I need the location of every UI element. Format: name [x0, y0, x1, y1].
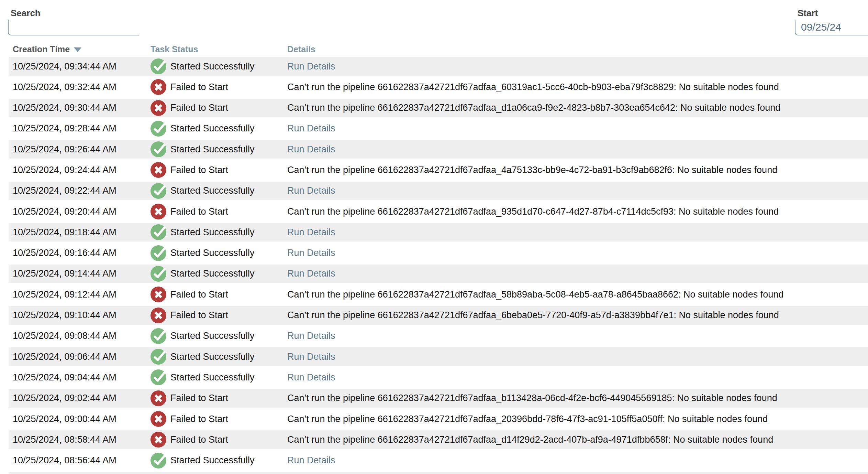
error-message: Can’t run the pipeline 661622837a42721df… — [287, 289, 783, 300]
table-row: 10/25/2024, 09:08:44 AM Started Successf… — [9, 327, 868, 345]
row-details: Run Details — [287, 123, 868, 134]
status-label: Failed to Start — [170, 393, 228, 403]
error-message: Can’t run the pipeline 661622837a42721df… — [287, 206, 779, 217]
table-row: 10/25/2024, 09:04:44 AM Started Successf… — [9, 368, 868, 387]
table-row: 10/25/2024, 09:06:44 AM Started Successf… — [9, 347, 868, 366]
row-task-status: Started Successfully — [151, 224, 287, 240]
success-icon — [151, 328, 166, 344]
row-creation-time: 10/25/2024, 09:14:44 AM — [13, 268, 151, 279]
row-details: Run Details — [287, 185, 868, 196]
table-row: 10/25/2024, 09:26:44 AM Started Successf… — [9, 140, 868, 159]
run-details-link[interactable]: Run Details — [287, 455, 335, 465]
table-row: 10/25/2024, 09:14:44 AM Started Successf… — [9, 265, 868, 283]
error-message: Can’t run the pipeline 661622837a42721df… — [287, 434, 773, 445]
run-details-link[interactable]: Run Details — [287, 123, 335, 133]
run-details-link[interactable]: Run Details — [287, 227, 335, 237]
start-date-field-group: Start — [795, 8, 868, 35]
row-task-status: Failed to Start — [151, 100, 287, 116]
row-creation-time: 10/25/2024, 09:30:44 AM — [13, 103, 151, 113]
row-creation-time: 10/25/2024, 09:12:44 AM — [13, 289, 151, 300]
status-label: Failed to Start — [170, 289, 228, 300]
row-details: Can’t run the pipeline 661622837a42721df… — [287, 82, 868, 93]
row-creation-time: 10/25/2024, 09:02:44 AM — [13, 393, 151, 403]
row-creation-time: 10/25/2024, 09:34:44 AM — [13, 61, 151, 72]
table-body: 10/25/2024, 09:34:44 AM Started Successf… — [9, 57, 868, 470]
failed-icon — [151, 390, 166, 406]
row-task-status: Started Successfully — [151, 266, 287, 282]
row-details: Run Details — [287, 268, 868, 279]
row-details: Run Details — [287, 144, 868, 155]
run-details-link[interactable]: Run Details — [287, 372, 335, 383]
row-creation-time: 10/25/2024, 09:06:44 AM — [13, 352, 151, 362]
run-details-link[interactable]: Run Details — [287, 248, 335, 258]
table-row: 10/25/2024, 09:22:44 AM Started Successf… — [9, 182, 868, 200]
failed-icon — [151, 411, 166, 427]
success-icon — [151, 224, 166, 240]
row-task-status: Started Successfully — [151, 183, 287, 199]
row-task-status: Started Successfully — [151, 328, 287, 344]
row-creation-time: 10/25/2024, 09:18:44 AM — [13, 227, 151, 238]
table-row: 10/25/2024, 09:02:44 AM Failed to Start … — [9, 389, 868, 408]
status-label: Started Successfully — [170, 123, 255, 134]
status-label: Failed to Start — [170, 310, 228, 321]
success-icon — [151, 266, 166, 282]
row-creation-time: 10/25/2024, 09:28:44 AM — [13, 123, 151, 134]
row-task-status: Failed to Start — [151, 204, 287, 219]
row-details: Run Details — [287, 352, 868, 362]
run-details-link[interactable]: Run Details — [287, 185, 335, 196]
row-creation-time: 10/25/2024, 08:56:44 AM — [13, 455, 151, 466]
success-icon — [151, 141, 166, 157]
row-details: Run Details — [287, 227, 868, 238]
table-row: 10/25/2024, 09:28:44 AM Started Successf… — [9, 119, 868, 138]
run-details-link[interactable]: Run Details — [287, 61, 335, 72]
row-details: Run Details — [287, 248, 868, 258]
run-details-link[interactable]: Run Details — [287, 352, 335, 362]
column-header-creation-time[interactable]: Creation Time — [13, 44, 151, 54]
error-message: Can’t run the pipeline 661622837a42721df… — [287, 393, 777, 403]
creation-time-header-label: Creation Time — [13, 44, 70, 54]
table-row: 10/25/2024, 09:30:44 AM Failed to Start … — [9, 99, 868, 117]
run-details-link[interactable]: Run Details — [287, 331, 335, 341]
row-creation-time: 10/25/2024, 08:58:44 AM — [13, 434, 151, 445]
search-field-group: Search — [8, 8, 139, 35]
failed-icon — [151, 432, 166, 448]
run-details-link[interactable]: Run Details — [287, 268, 335, 279]
run-details-link[interactable]: Run Details — [287, 144, 335, 154]
start-date-input[interactable] — [795, 20, 868, 35]
failed-icon — [151, 287, 166, 302]
row-creation-time: 10/25/2024, 09:32:44 AM — [13, 82, 151, 93]
failed-icon — [151, 204, 166, 219]
success-icon — [151, 121, 166, 137]
error-message: Can’t run the pipeline 661622837a42721df… — [287, 165, 777, 175]
status-label: Started Successfully — [170, 61, 255, 72]
row-creation-time: 10/25/2024, 09:08:44 AM — [13, 331, 151, 341]
search-label: Search — [11, 8, 139, 19]
row-task-status: Started Successfully — [151, 58, 287, 74]
status-label: Started Successfully — [170, 455, 255, 466]
row-task-status: Started Successfully — [151, 369, 287, 385]
row-details: Run Details — [287, 455, 868, 466]
table-row: 10/25/2024, 09:12:44 AM Failed to Start … — [9, 285, 868, 304]
status-label: Failed to Start — [170, 165, 228, 175]
status-label: Failed to Start — [170, 82, 228, 93]
table-row: 10/25/2024, 08:56:44 AM Started Successf… — [9, 451, 868, 470]
success-icon — [151, 453, 166, 468]
row-task-status: Failed to Start — [151, 390, 287, 406]
status-label: Started Successfully — [170, 144, 255, 155]
table-row: 10/25/2024, 09:00:44 AM Failed to Start … — [9, 410, 868, 428]
status-label: Failed to Start — [170, 414, 228, 424]
row-details: Run Details — [287, 61, 868, 72]
row-creation-time: 10/25/2024, 09:00:44 AM — [13, 414, 151, 424]
table-row: 10/25/2024, 09:24:44 AM Failed to Start … — [9, 161, 868, 179]
row-details: Run Details — [287, 331, 868, 341]
row-creation-time: 10/25/2024, 09:04:44 AM — [13, 372, 151, 383]
search-input[interactable] — [8, 20, 139, 35]
row-details: Run Details — [287, 372, 868, 383]
status-label: Started Successfully — [170, 372, 255, 383]
row-details: Can’t run the pipeline 661622837a42721df… — [287, 165, 868, 175]
table-header-row: Creation Time Task Status Details — [9, 41, 868, 57]
row-task-status: Started Successfully — [151, 245, 287, 261]
failed-icon — [151, 308, 166, 323]
row-task-status: Started Successfully — [151, 121, 287, 137]
row-task-status: Failed to Start — [151, 162, 287, 178]
